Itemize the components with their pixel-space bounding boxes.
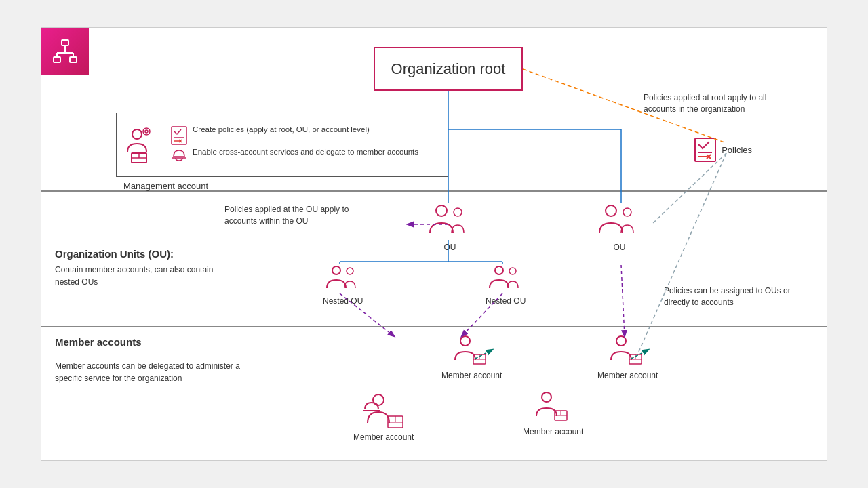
ou-annotation: Policies applied at the OU apply to acco…: [224, 204, 380, 227]
svg-line-49: [652, 153, 726, 224]
member-account1-icon: Member account: [441, 334, 502, 380]
logo-box: [41, 28, 89, 75]
nested-ou1-icon: Nested OU: [323, 264, 363, 306]
svg-point-30: [460, 336, 470, 346]
checklist-icon-1: [171, 126, 187, 145]
member4-icon: [534, 390, 572, 424]
svg-point-32: [616, 336, 626, 346]
svg-point-27: [347, 268, 353, 274]
member-account2-icon: Member account: [597, 334, 658, 380]
nested-ou1-label: Nested OU: [323, 296, 363, 306]
mgmt-icon-group: [125, 126, 159, 163]
svg-line-50: [638, 153, 726, 353]
nested-ou1-people-icon: [326, 264, 361, 293]
svg-point-29: [509, 268, 516, 274]
member3-icon: [358, 390, 409, 430]
nested-ou2-icon: Nested OU: [486, 264, 526, 306]
nested-ou2-label: Nested OU: [486, 296, 526, 306]
feature-list: Create policies (apply at root, OU, or a…: [171, 125, 418, 165]
svg-rect-0: [62, 40, 68, 45]
ou-section-title: Organization Units (OU):: [55, 248, 174, 260]
member-account3-label: Member account: [353, 432, 414, 442]
member-section-title: Member accounts: [55, 336, 142, 348]
member-account4-icon: Member account: [523, 390, 583, 436]
svg-rect-2: [70, 57, 77, 62]
feature-text-2: Enable cross-account services and delega…: [193, 148, 418, 156]
svg-rect-17: [695, 138, 715, 161]
member1-icon: [453, 334, 490, 368]
feature-text-1: Create policies (apply at root, OU, or a…: [193, 125, 370, 134]
divider-member: [41, 326, 827, 327]
main-diagram: Organization root: [41, 27, 827, 461]
logo-icon: [52, 38, 79, 65]
svg-point-8: [143, 128, 150, 135]
mgmt-box: Create policies (apply at root, OU, or a…: [116, 113, 448, 177]
ou1-people-icon: [428, 203, 472, 240]
root-annotation: Policies applied at root apply to all ac…: [644, 92, 793, 115]
ou1-icon: OU: [428, 203, 472, 252]
policies-icon: [694, 138, 716, 162]
member-account3-icon: Member account: [353, 390, 414, 442]
mgmt-label: Management account: [123, 181, 208, 191]
svg-point-37: [542, 392, 551, 402]
member2-icon: [609, 334, 646, 368]
svg-point-9: [145, 130, 148, 133]
member-account1-label: Member account: [441, 371, 502, 380]
org-root-label: Organization root: [391, 60, 506, 78]
ou-section-desc: Contain member accounts, can also contai…: [55, 264, 224, 288]
ou2-label: OU: [614, 243, 626, 252]
org-root-box: Organization root: [374, 47, 523, 91]
policy-assign-annotation: Policies can be assigned to OUs or direc…: [664, 285, 800, 308]
ou2-people-icon: [597, 203, 642, 240]
member-account4-label: Member account: [523, 427, 583, 436]
svg-rect-1: [54, 57, 60, 62]
svg-point-26: [332, 266, 340, 274]
svg-point-28: [495, 266, 503, 274]
ou1-label: OU: [444, 243, 456, 252]
feature-item-1: Create policies (apply at root, OU, or a…: [171, 125, 418, 145]
svg-point-24: [606, 205, 616, 216]
policies-box: Policies: [694, 138, 752, 162]
nested-ou2-people-icon: [488, 264, 524, 293]
helmet-icon: [171, 148, 187, 165]
member-account2-label: Member account: [597, 371, 658, 380]
mgmt-icon: [125, 126, 159, 163]
feature-item-2: Enable cross-account services and delega…: [171, 148, 418, 165]
policies-label: Policies: [722, 145, 752, 155]
svg-point-25: [623, 208, 631, 216]
svg-point-23: [454, 208, 462, 216]
member-section-desc: Member accounts can be delegated to admi…: [55, 360, 265, 384]
svg-point-22: [436, 205, 447, 216]
ou2-icon: OU: [597, 203, 642, 252]
svg-point-7: [132, 129, 142, 139]
